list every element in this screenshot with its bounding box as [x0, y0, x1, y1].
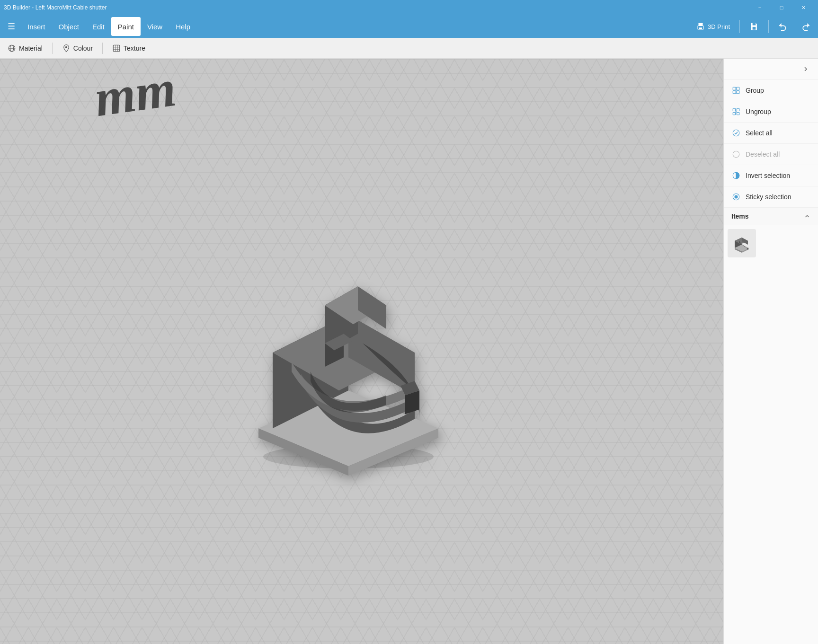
hamburger-menu[interactable]: ☰	[2, 17, 21, 36]
menu-paint[interactable]: Paint	[111, 17, 141, 36]
chevron-up-icon[interactable]	[804, 213, 810, 220]
svg-marker-44	[742, 238, 748, 245]
menu-object[interactable]: Object	[52, 17, 86, 36]
material-tool[interactable]: Material	[8, 44, 43, 53]
chevron-right-icon	[802, 65, 809, 73]
texture-label: Texture	[124, 44, 145, 52]
colour-tool[interactable]: Colour	[62, 44, 93, 53]
minimize-button[interactable]: −	[749, 0, 771, 15]
deselect-all-label: Deselect all	[746, 150, 780, 158]
save-button[interactable]	[744, 19, 765, 34]
3dprint-button[interactable]: 3D Print	[691, 19, 736, 34]
svg-marker-15	[273, 315, 415, 390]
invert-selection-label: Invert selection	[746, 172, 790, 179]
svg-rect-27	[737, 91, 739, 94]
toolbar-divider-1	[52, 43, 53, 54]
deselect-all-button[interactable]: Deselect all	[724, 144, 818, 165]
svg-rect-25	[737, 87, 739, 90]
undo-icon	[778, 22, 788, 31]
menu-divider-2	[768, 20, 769, 33]
select-all-label: Select all	[746, 129, 773, 137]
sticky-selection-button[interactable]: Sticky selection	[724, 186, 818, 208]
svg-rect-31	[737, 113, 739, 115]
sidebar-toggle	[724, 59, 818, 80]
invert-icon	[731, 171, 741, 180]
group-button[interactable]: Group	[724, 80, 818, 101]
items-header: Items	[724, 208, 818, 225]
menu-insert[interactable]: Insert	[21, 17, 52, 36]
svg-rect-2	[699, 27, 702, 29]
group-icon	[731, 86, 741, 95]
save-icon	[749, 22, 759, 31]
svg-marker-23	[400, 381, 419, 395]
toolbar-divider-2	[102, 43, 103, 54]
svg-rect-0	[699, 23, 703, 26]
menu-right-actions: 3D Print	[691, 19, 816, 34]
ungroup-icon	[731, 107, 741, 116]
svg-marker-22	[405, 390, 419, 414]
texture-tool[interactable]: Texture	[112, 44, 145, 53]
right-sidebar: Group Ungroup Select all Desele	[723, 59, 818, 644]
sidebar-collapse-button[interactable]	[799, 62, 812, 76]
app-title: 3D Builder - Left MacroMitt Cable shutte…	[4, 4, 107, 11]
close-button[interactable]: ✕	[792, 0, 814, 15]
svg-point-38	[735, 195, 738, 198]
svg-rect-3	[753, 23, 756, 26]
canvas-viewport[interactable]: mm	[0, 59, 723, 644]
deselect-icon	[731, 150, 741, 159]
ungroup-button[interactable]: Ungroup	[724, 101, 818, 123]
svg-marker-19	[358, 286, 386, 329]
menu-divider-1	[739, 20, 740, 33]
maximize-button[interactable]: □	[771, 0, 792, 15]
toolbar: Material Colour Texture	[0, 38, 818, 59]
ungroup-label: Ungroup	[746, 108, 771, 115]
model-svg	[216, 248, 481, 476]
3d-model	[216, 248, 481, 477]
select-section: Select all Deselect all Invert selection…	[724, 123, 818, 208]
svg-rect-30	[733, 113, 735, 115]
item-thumbnail-1[interactable]	[728, 229, 756, 257]
select-all-button[interactable]: Select all	[724, 123, 818, 144]
material-label: Material	[19, 44, 43, 52]
titlebar-controls: − □ ✕	[749, 0, 814, 15]
menu-view[interactable]: View	[141, 17, 169, 36]
menubar: ☰ Insert Object Edit Paint View Help 3D …	[0, 15, 818, 38]
group-section: Group Ungroup	[724, 80, 818, 123]
sticky-selection-label: Sticky selection	[746, 193, 791, 201]
texture-icon	[112, 44, 121, 53]
canvas-mm-text: mm	[91, 59, 179, 129]
svg-rect-26	[733, 91, 736, 94]
select-all-icon	[731, 128, 741, 138]
svg-marker-16	[348, 315, 415, 395]
svg-marker-21	[325, 334, 353, 350]
item-model-icon	[730, 231, 754, 255]
svg-point-35	[733, 151, 739, 158]
svg-marker-17	[325, 286, 358, 353]
svg-marker-20	[325, 334, 344, 367]
titlebar-left: 3D Builder - Left MacroMitt Cable shutte…	[4, 4, 107, 11]
colour-icon	[62, 44, 71, 53]
items-section: Items	[724, 208, 818, 261]
svg-rect-24	[733, 87, 736, 90]
3dprint-label: 3D Print	[708, 23, 730, 30]
sticky-icon	[731, 192, 741, 202]
svg-point-10	[263, 445, 434, 468]
material-icon	[8, 44, 16, 53]
invert-selection-button[interactable]: Invert selection	[724, 165, 818, 186]
menu-help[interactable]: Help	[169, 17, 197, 36]
group-label: Group	[746, 87, 764, 94]
items-grid	[724, 225, 818, 261]
titlebar: 3D Builder - Left MacroMitt Cable shutte…	[0, 0, 818, 15]
svg-rect-9	[113, 45, 120, 52]
main-content: mm	[0, 59, 818, 644]
undo-button[interactable]	[773, 19, 793, 34]
svg-point-8	[65, 46, 67, 48]
svg-marker-13	[348, 428, 438, 476]
svg-rect-4	[753, 27, 756, 30]
print-icon	[696, 22, 705, 31]
redo-button[interactable]	[795, 19, 816, 34]
svg-rect-28	[733, 108, 735, 111]
svg-marker-12	[258, 428, 348, 476]
menu-edit[interactable]: Edit	[86, 17, 111, 36]
svg-marker-14	[273, 315, 348, 428]
